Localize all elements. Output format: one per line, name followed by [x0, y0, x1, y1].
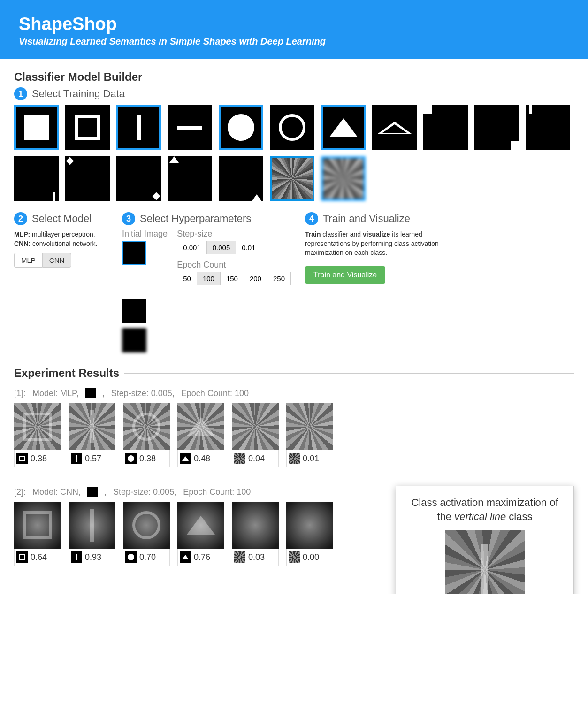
activation-image	[232, 502, 279, 549]
shape-tile-square-filled[interactable]	[14, 105, 59, 150]
activation-image	[123, 403, 170, 450]
result-item: 0.03	[232, 502, 279, 566]
divider	[14, 477, 574, 477]
result-item: 0.04	[232, 403, 279, 467]
activation-image	[69, 403, 115, 450]
result-label: 0.38	[14, 450, 61, 467]
result-label: 0.03	[232, 549, 279, 566]
shape-tile-square-tl[interactable]	[423, 105, 468, 150]
result-item: 0.01	[286, 403, 333, 467]
model-option-cnn[interactable]: CNN	[42, 253, 72, 268]
shape-tile-noise-coarse[interactable]	[321, 156, 366, 201]
shape-tile-line-tl[interactable]	[526, 105, 570, 150]
correlation-coefficient: 0.04	[248, 454, 265, 464]
initial-image-thumb	[87, 487, 98, 497]
epoch-count-segment: 50100150200250	[177, 272, 291, 285]
model-toggle-group: MLPCNN	[14, 253, 108, 268]
initial-image-tiles	[122, 241, 168, 352]
shape-tile-triangle-filled[interactable]	[321, 105, 366, 150]
result-callout: Class activation maximization of the ver…	[396, 486, 574, 594]
step-size-option-0_01[interactable]: 0.01	[236, 241, 261, 254]
result-item: 0.76	[177, 502, 224, 566]
shape-tile-noise-fine[interactable]	[270, 156, 314, 201]
square-outline-icon	[16, 551, 28, 563]
correlation-coefficient: 0.01	[303, 454, 319, 464]
epoch-option-150[interactable]: 150	[220, 272, 244, 285]
correlation-coefficient: 0.00	[303, 552, 319, 562]
shape-tile-square-br[interactable]	[474, 105, 519, 150]
vertical-line-icon	[71, 453, 82, 464]
shape-tile-circle-filled[interactable]	[219, 105, 263, 150]
app-title: ShapeShop	[19, 14, 569, 34]
step-1-label: Select Training Data	[32, 88, 125, 100]
epoch-option-50[interactable]: 50	[177, 272, 197, 285]
result-label: 0.64	[14, 549, 61, 566]
callout-activation-image	[445, 530, 525, 594]
initial-image-noise-coarse[interactable]	[122, 328, 146, 352]
shape-tile-triangle-outline[interactable]	[372, 105, 417, 150]
noise-fine-icon	[234, 551, 245, 563]
train-and-visualize-button[interactable]: Train and Visualize	[305, 266, 385, 284]
activation-image	[14, 502, 61, 549]
circle-filled-icon	[125, 551, 137, 563]
correlation-coefficient: 0.48	[194, 454, 210, 464]
result-item: 0.48	[177, 403, 224, 467]
initial-image-noise-fine[interactable]	[122, 299, 146, 323]
shape-tile-circle-tl[interactable]	[65, 156, 110, 201]
step-1-header: 1 Select Training Data	[14, 87, 574, 100]
shape-tile-vertical-line[interactable]	[116, 105, 161, 150]
model-description: MLP: multilayer perceptron. CNN: convolu…	[14, 230, 108, 248]
activation-image	[286, 502, 333, 549]
epoch-option-100[interactable]: 100	[197, 272, 221, 285]
step-3-header: 3 Select Hyperparameters	[122, 212, 291, 225]
shape-tile-triangle-br[interactable]	[219, 156, 263, 201]
correlation-coefficient: 0.76	[194, 552, 210, 562]
shape-tile-square-outline[interactable]	[65, 105, 110, 150]
activation-image	[232, 403, 279, 450]
step-size-segment: 0.0010.0050.01	[177, 241, 291, 254]
model-option-mlp[interactable]: MLP	[14, 253, 42, 268]
activation-image	[14, 403, 61, 450]
initial-image-black[interactable]	[122, 241, 146, 265]
training-shape-grid	[14, 105, 574, 201]
shape-tile-circle-br[interactable]	[116, 156, 161, 201]
results-title: Experiment Results	[14, 367, 574, 380]
result-label: 0.04	[232, 450, 279, 467]
step-size-option-0_001[interactable]: 0.001	[177, 241, 207, 254]
result-item: 0.00	[286, 502, 333, 566]
result-item: 0.38	[123, 403, 170, 467]
epoch-option-250[interactable]: 250	[267, 272, 291, 285]
correlation-coefficient: 0.38	[139, 454, 156, 464]
step-4-header: 4 Train and Visualize	[305, 212, 574, 225]
activation-image	[69, 502, 115, 549]
epoch-count-label: Epoch Count	[177, 260, 291, 270]
step-size-option-0_005[interactable]: 0.005	[206, 241, 237, 254]
epoch-option-200[interactable]: 200	[244, 272, 267, 285]
shape-tile-circle-outline[interactable]	[270, 105, 314, 150]
result-label: 0.38	[123, 450, 170, 467]
initial-image-white[interactable]	[122, 270, 146, 294]
app-header: ShapeShop Visualizing Learned Semantics …	[0, 0, 588, 59]
result-label: 0.48	[177, 450, 224, 467]
result-label: 0.57	[69, 450, 115, 467]
initial-image-thumb	[85, 388, 96, 398]
square-outline-icon	[16, 453, 28, 464]
step-size-label: Step-size	[177, 229, 291, 239]
circle-filled-icon	[125, 453, 137, 464]
activation-image	[177, 502, 224, 549]
shape-tile-line-br[interactable]	[14, 156, 59, 201]
initial-image-label: Initial Image	[122, 229, 168, 239]
builder-title: Classifier Model Builder	[14, 70, 574, 84]
result-item: 0.64	[14, 502, 61, 566]
result-label: 0.01	[286, 450, 333, 467]
activation-image	[177, 403, 224, 450]
result-item: 0.70	[123, 502, 170, 566]
result-item: 0.93	[69, 502, 115, 566]
noise-coarse-icon	[289, 551, 300, 563]
shape-tile-triangle-tl[interactable]	[168, 156, 212, 201]
correlation-coefficient: 0.03	[248, 552, 265, 562]
result-label: 0.76	[177, 549, 224, 566]
result-item: 0.57	[69, 403, 115, 467]
shape-tile-horizontal-line[interactable]	[168, 105, 212, 150]
triangle-filled-icon	[180, 551, 191, 563]
